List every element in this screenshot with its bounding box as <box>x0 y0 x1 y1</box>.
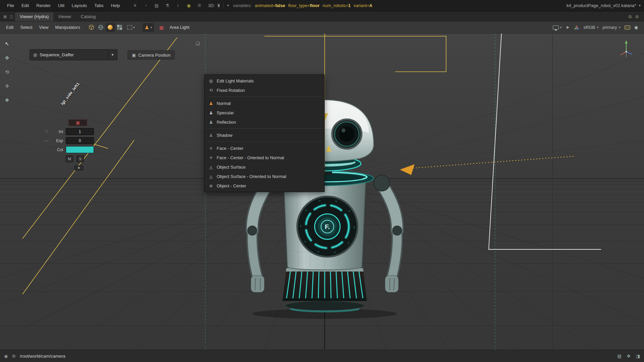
screen-icon[interactable] <box>625 25 630 29</box>
menu-item-reflection[interactable]: ♟Reflection <box>205 117 324 127</box>
chevron-down-icon[interactable]: ▾ <box>227 3 229 8</box>
tab-viewer-hydra[interactable]: Viewer (Hydra) <box>15 12 53 21</box>
color-swatch[interactable] <box>66 146 94 153</box>
light-specular-icon: ♟ <box>207 110 215 115</box>
color-label: Col <box>50 147 66 152</box>
light-manipulator-button[interactable]: ♟ ▾ <box>143 23 154 32</box>
marquee-render-button[interactable]: ▾ <box>124 23 138 32</box>
collapse-icon[interactable]: — <box>43 138 50 143</box>
axis-gizmo[interactable] <box>614 38 638 61</box>
variable-variant[interactable]: variant=A <box>354 3 372 8</box>
object-surface-oriented-icon: ◬ <box>207 174 215 179</box>
menu-item-face-center-oriented[interactable]: ✛Face - Center - Oriented to Normal <box>205 153 324 162</box>
shaded-cube-icon[interactable] <box>87 23 96 32</box>
pane-circle-icon[interactable]: ◍ <box>635 14 639 19</box>
menu-layouts[interactable]: Layouts <box>68 0 91 11</box>
rgb-triangle-icon[interactable] <box>574 25 580 30</box>
menu-separator <box>207 141 322 142</box>
menu-help[interactable]: Help <box>107 0 124 11</box>
menu-separator <box>207 97 322 97</box>
record-icon[interactable]: ◉ <box>186 3 192 8</box>
pane-circle-icon[interactable]: ◍ <box>628 14 632 19</box>
pane-grid-icon[interactable]: ▦ <box>3 14 7 19</box>
exposure-field[interactable]: 0 <box>66 137 94 144</box>
menu-item-object-surface-oriented[interactable]: ◬Object Surface - Oriented to Normal <box>205 172 324 181</box>
globe-icon[interactable] <box>96 23 106 32</box>
camera-icon: ▣ <box>132 53 136 58</box>
pivot-tool-button[interactable]: ❖ <box>2 95 12 105</box>
colorspace-select[interactable]: sRGB ▾ <box>584 25 599 30</box>
select-tool-button[interactable]: ↖ <box>2 39 12 49</box>
project-title[interactable]: k4_productPage_robot_v02.katana* ▾ <box>567 3 641 8</box>
probe-icon[interactable]: ≀ <box>175 3 181 8</box>
rotate-tool-button[interactable]: ⟲ <box>2 67 12 77</box>
display-mode-button[interactable]: ▾ <box>553 25 562 29</box>
camera-lock-icon[interactable]: ◨ <box>636 354 640 359</box>
camera-position-button[interactable]: ▣ Camera Position <box>127 50 175 60</box>
viewport-3d[interactable]: F. <box>0 34 644 350</box>
menu-item-object-center[interactable]: ⊕Object - Center <box>205 181 324 190</box>
menu-item-face-center[interactable]: ✛Face - Center <box>205 143 324 153</box>
view-select[interactable]: primary ▾ <box>602 25 620 30</box>
variable-floor-type[interactable]: floor_type=floor <box>288 3 320 8</box>
visibility-eye-icon[interactable]: ◉ <box>4 354 8 359</box>
gear-icon[interactable]: ⚙ <box>12 354 16 359</box>
monitor-icon <box>553 25 559 29</box>
snapshot-icon[interactable]: ▤ <box>618 354 622 359</box>
quad-view-icon[interactable] <box>115 23 124 32</box>
pointer-flag-icon[interactable]: ➤ <box>566 25 570 30</box>
mute-button[interactable]: M <box>66 156 73 162</box>
tab-viewer[interactable]: Viewer <box>53 12 76 21</box>
menu-file[interactable]: File <box>3 0 18 11</box>
light-parameter-panel: ▦ ⠿ Int 1 — Exp 0 Col M S ✱ <box>43 118 98 172</box>
menu-item-fixed-rotation[interactable]: ⟲Fixed Rotation <box>205 85 324 95</box>
sphere-glyph <box>108 25 113 30</box>
menu-item-object-surface[interactable]: ◬Object Surface <box>205 162 324 172</box>
menu-render[interactable]: Render <box>33 0 54 11</box>
menu-edit[interactable]: Edit <box>18 0 33 11</box>
statusbar: ◉ ⚙ /root/world/cam/camera ▤ ✥ ◨ <box>0 350 644 362</box>
pause-icon[interactable]: ‖ <box>218 3 220 8</box>
menu-item-shadow[interactable]: ♟Shadow <box>205 130 324 140</box>
light-type-button[interactable]: ▦ <box>68 119 87 126</box>
scale-tool-button[interactable]: ✛ <box>2 81 12 91</box>
viewer-tool-column: ↖ ✥ ⟲ ✛ ❖ <box>2 39 12 105</box>
flask-icon[interactable]: ⚗ <box>165 3 170 8</box>
favorite-button[interactable]: ✱ <box>74 166 83 170</box>
slate-icon[interactable]: ▤ <box>154 3 159 8</box>
intensity-label: Int <box>50 129 66 134</box>
viewer-menu-select[interactable]: Select <box>17 21 36 34</box>
drag-handle-icon[interactable]: ⠿ <box>43 130 50 133</box>
tab-catalog[interactable]: Catalog <box>76 12 101 21</box>
loupe-icon[interactable]: ◉ <box>634 25 638 30</box>
menu-item-specular[interactable]: ♟Specular <box>205 108 324 117</box>
gaffer-source-select[interactable]: ◎ Sequence_Gaffer ▼ <box>30 49 117 60</box>
chevron-down-icon[interactable]: ▾ <box>639 3 641 8</box>
light-person-icon: ♟ <box>145 25 149 30</box>
intensity-field[interactable]: 1 <box>66 128 94 135</box>
menu-item-normal[interactable]: ♟Normal <box>205 99 324 108</box>
light-normal-icon: ♟ <box>207 101 215 106</box>
viewer-menu-edit[interactable]: Edit <box>3 21 17 34</box>
viewer-menu-view[interactable]: View <box>36 21 52 34</box>
area-light-icon: ▦ <box>76 120 79 125</box>
quad-glyph <box>117 25 122 30</box>
menu-item-edit-light-materials[interactable]: ◍Edit Light Materials <box>205 76 324 85</box>
pan-icon[interactable]: ✥ <box>627 354 631 359</box>
chevron-down-icon[interactable]: ▼ <box>108 50 117 60</box>
camera-path[interactable]: /root/world/cam/camera <box>20 354 65 359</box>
link-icon[interactable]: ❏ <box>196 41 200 46</box>
translate-tool-button[interactable]: ✥ <box>2 53 12 63</box>
menu-tabs[interactable]: Tabs <box>91 0 107 11</box>
settings-icon[interactable]: ✳ <box>132 3 138 8</box>
menubar-separator <box>223 3 224 9</box>
lit-sphere-icon[interactable] <box>106 23 115 32</box>
solo-button[interactable]: S <box>76 156 84 162</box>
exposure-icon[interactable]: ◔ <box>143 3 149 8</box>
variable-animated[interactable]: animated=false <box>255 3 285 8</box>
menu-util[interactable]: Util <box>54 0 68 11</box>
viewer-menu-manipulators[interactable]: Manipulators <box>52 21 84 34</box>
variable-num-robots[interactable]: num_robots=1 <box>323 3 351 8</box>
light-manipulator-menu: ◍Edit Light Materials ⟲Fixed Rotation ♟N… <box>204 74 325 192</box>
pane-split-icon[interactable]: ◫ <box>9 14 13 19</box>
